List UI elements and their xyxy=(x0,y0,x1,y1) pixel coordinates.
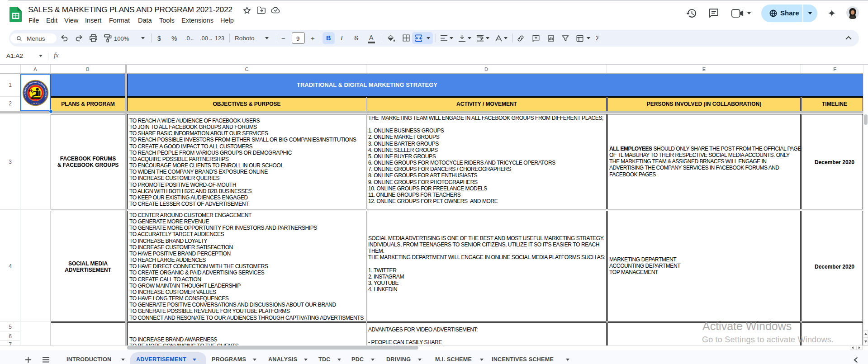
svg-text:· 2 0 1 7 ·: · 2 0 1 7 · xyxy=(31,102,39,104)
